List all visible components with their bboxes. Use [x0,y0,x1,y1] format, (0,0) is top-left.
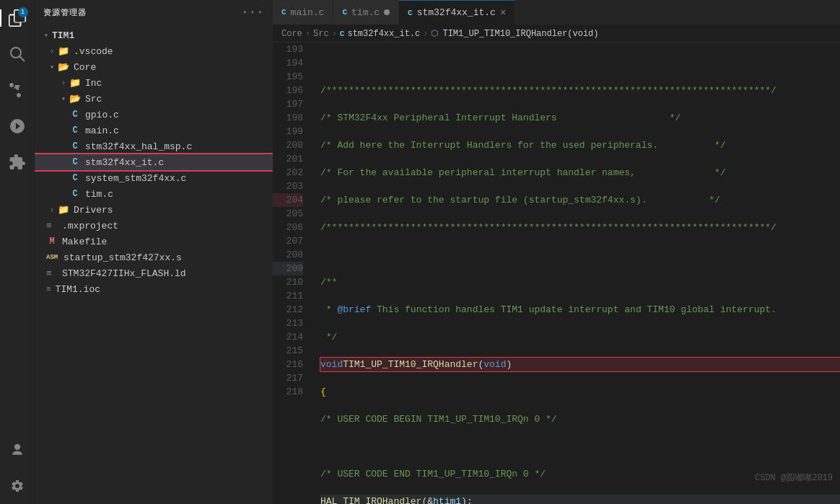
extensions-icon[interactable] [5,150,30,174]
asm-icon-startup: ASM [46,254,61,261]
tree-arrow-inc: › [58,77,69,89]
tree-arrow-src: ▾ [58,93,69,105]
tree-label-drivers: Drivers [74,205,113,216]
ln-217: 217 [273,371,303,385]
ln-213: 213 [273,317,303,330]
ln-210: 210 [273,275,303,289]
settings-icon[interactable] [5,474,30,498]
account-icon[interactable] [5,438,30,462]
ln-214: 214 [273,330,303,344]
tree-item-inc[interactable]: › 📁 Inc [35,75,273,91]
tree-item-gpio-c[interactable]: C gpio.c [35,107,273,123]
tab-c-icon-tim: C [342,8,347,17]
tree-item-tim-c[interactable]: C tim.c [35,186,273,202]
ln-199: 199 [273,125,303,138]
source-control-badge: 1 [18,7,28,17]
code-content[interactable]: /***************************************… [309,43,840,504]
code-line-199: /***************************************… [320,221,840,234]
c-icon-system: C [69,173,81,183]
code-line-195: /* STM32F4xx Peripheral Interrupt Handle… [320,111,840,125]
ln-195: 195 [273,70,303,84]
c-icon-gpio: C [69,110,81,120]
tree-label-core: Core [74,62,96,73]
code-line-197: /* For the available peripheral interrup… [320,166,840,180]
tree-label-system: system_stm32f4xx.c [85,173,186,184]
tree-item-vscode[interactable]: › 📁 .vscode [35,43,273,59]
tab-tim-c[interactable]: C tim.c [333,0,399,25]
activity-bar: 1 [0,0,35,504]
folder-icon-src: 📂 [69,93,81,105]
breadcrumb-sep-1: › [305,29,310,39]
code-line-206: /* USER CODE BEGIN TIM1_UP_TIM10_IRQn 0 … [320,412,840,426]
breadcrumb-src[interactable]: Src [313,29,329,39]
c-icon-main: C [69,125,81,136]
tree-item-hal-msp[interactable]: C stm32f4xx_hal_msp.c [35,138,273,154]
breadcrumb-file[interactable]: stm32f4xx_it.c [347,29,420,39]
eq-icon-mxproject: ≡ [46,221,58,231]
code-line-204: void TIM1_UP_TIM10_IRQHandler(void) [320,358,840,371]
explorer-icon[interactable]: 1 [5,6,30,30]
breadcrumb-sep-3: › [423,29,428,39]
tab-close-it[interactable]: × [500,7,506,19]
ln-216: 216 [273,358,303,371]
tree-label-hal-msp: stm32f4xx_hal_msp.c [85,141,192,152]
tree-label-startup: startup_stm32f427xx.s [64,252,182,263]
tree-item-mxproject[interactable]: ≡ .mxproject [35,218,273,234]
tree-label-tim1-ioc: TIM1.ioc [56,284,100,295]
tree-item-drivers[interactable]: › 📁 Drivers [35,202,273,218]
ln-197: 197 [273,97,303,111]
tree-item-main-c[interactable]: C main.c [35,123,273,138]
ln-212: 212 [273,303,303,317]
ln-207: 207 [273,234,303,248]
code-line-194: /***************************************… [320,84,840,97]
more-options-icon[interactable]: ··· [242,6,264,19]
code-line-202: * @brief This function handles TIM1 upda… [320,303,840,317]
tree-item-src[interactable]: ▾ 📂 Src [35,91,273,107]
sidebar-header: 资源管理器 ··· [35,0,273,25]
tree-arrow-tim1: ▾ [40,30,52,41]
run-debug-icon[interactable] [5,114,30,138]
tree-label-it-c: stm32f4xx_it.c [85,157,164,168]
activity-bottom [5,438,30,504]
tree-label-tim-c: tim.c [85,189,113,200]
code-line-209: HAL_TIM_IRQHandler(&htim1); [320,495,840,504]
breadcrumb-core[interactable]: Core [281,29,302,39]
ln-209: 209 [273,262,303,275]
ln-218: 218 [273,385,303,399]
ln-202: 202 [273,166,303,180]
tree-label-inc: Inc [85,78,102,89]
source-control-icon[interactable] [5,78,30,102]
tab-main-c[interactable]: C main.c [273,0,333,25]
search-icon[interactable] [5,42,30,66]
ln-193: 193 [273,43,303,56]
ln-206: 206 [273,221,303,234]
m-icon-makefile: M [46,236,58,247]
tree-item-startup[interactable]: ASM startup_stm32f427xx.s [35,249,273,265]
tabs-bar: C main.c C tim.c C stm32f4xx_it.c × [273,0,840,25]
c-icon-tim: C [69,189,81,199]
code-editor: 193 194 195 196 197 198 199 200 201 202 … [273,43,840,504]
breadcrumb-c-icon: C [340,30,345,38]
line-numbers: 193 194 195 196 197 198 199 200 201 202 … [273,43,309,504]
tree-item-makefile[interactable]: M Makefile [35,234,273,249]
tab-stm32f4xx-it-c[interactable]: C stm32f4xx_it.c × [399,0,515,25]
ln-201: 201 [273,152,303,166]
tree-item-core[interactable]: ▾ 📂 Core [35,59,273,75]
tree-item-tim1-ioc[interactable]: ≡ TIM1.ioc [35,281,273,297]
folder-icon-inc: 📁 [69,77,81,89]
tree-arrow-vscode: › [46,45,58,57]
tab-c-icon-it: C [408,9,413,17]
tree-item-tim1[interactable]: ▾ TIM1 [35,27,273,43]
tab-label-main-c: main.c [291,7,325,18]
tree-item-system[interactable]: C system_stm32f4xx.c [35,170,273,186]
c-icon-it: C [69,157,81,167]
ln-194: 194 [273,56,303,70]
sidebar: 资源管理器 ··· ▾ TIM1 › 📁 .vscode ▾ 📂 Core › … [35,0,273,504]
tab-label-tim-c: tim.c [351,7,380,18]
watermark: CSDN @圆嘟嘟2019 [755,472,833,484]
svg-point-0 [11,48,21,58]
tree-label-flash-ld: STM32F427IIHx_FLASH.ld [62,268,186,279]
tree-label-src: Src [85,94,102,105]
tree-item-flash-ld[interactable]: ≡ STM32F427IIHx_FLASH.ld [35,265,273,281]
tree-item-it-c[interactable]: C stm32f4xx_it.c [35,154,273,170]
